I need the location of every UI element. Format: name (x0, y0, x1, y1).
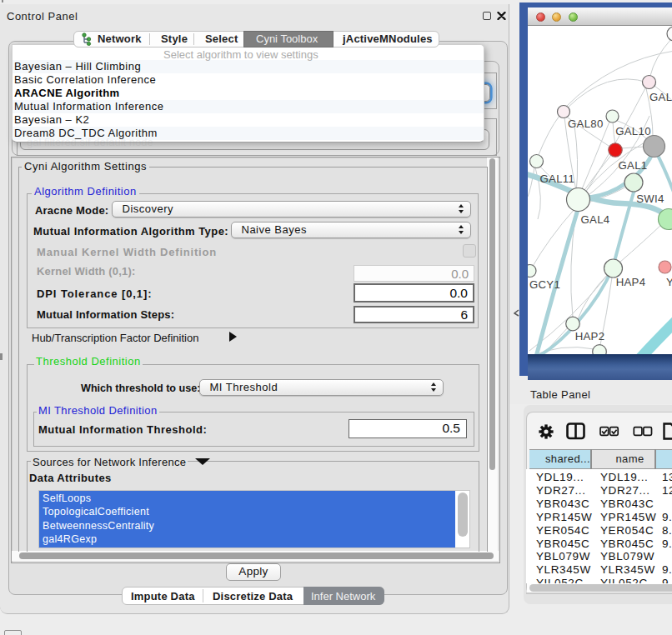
svg-text:GAL10: GAL10 (615, 125, 651, 138)
svg-text:GAL11: GAL11 (540, 172, 575, 185)
svg-text:GAL7: GAL7 (649, 91, 672, 103)
svg-text:HAP4: HAP4 (616, 276, 646, 288)
svg-text:GAL80: GAL80 (568, 118, 604, 130)
svg-text:GAL4: GAL4 (581, 213, 610, 226)
svg-text:Y: Y (666, 276, 672, 288)
svg-text:GAL1: GAL1 (619, 159, 648, 172)
svg-text:SWI4: SWI4 (636, 192, 664, 205)
svg-text:GCY1: GCY1 (529, 278, 560, 291)
svg-text:HAP2: HAP2 (575, 330, 605, 342)
